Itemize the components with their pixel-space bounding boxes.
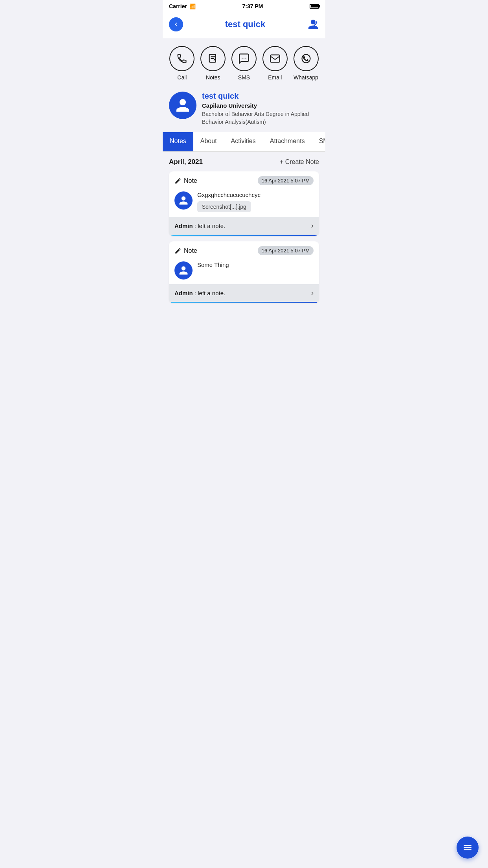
contact-degree: Bachelor of Behavior Arts Degree in Appl… — [202, 110, 319, 126]
note-header-2: Note 16 Apr 2021 5:07 PM — [169, 241, 319, 258]
edit-user-icon — [307, 18, 319, 30]
svg-point-5 — [302, 55, 310, 63]
status-left: Carrier 📶 — [169, 3, 196, 9]
action-email[interactable]: Email — [262, 46, 288, 81]
note-datetime-2: 16 Apr 2021 5:07 PM — [258, 246, 314, 255]
note-text-1: Gxgxghcchcucucuchcyc — [197, 191, 314, 198]
edit-user-button[interactable] — [307, 18, 319, 30]
action-sms[interactable]: SMS — [231, 46, 257, 81]
note-body-2: Some Thing — [169, 258, 319, 284]
section-header: April, 2021 + Create Note — [169, 158, 319, 166]
sms-label: SMS — [238, 74, 250, 81]
time-label: 7:37 PM — [242, 3, 263, 9]
note-card-1: Note 16 Apr 2021 5:07 PM Gxgxghcchcucucu… — [169, 171, 319, 236]
section-date: April, 2021 — [169, 158, 203, 166]
svg-point-1 — [242, 58, 242, 59]
carrier-label: Carrier — [169, 3, 187, 9]
note-type-2: Note — [174, 247, 197, 254]
create-note-button[interactable]: + Create Note — [280, 158, 319, 166]
note-content-2: Some Thing — [197, 261, 314, 271]
notes-icon — [207, 53, 218, 64]
notes-content: April, 2021 + Create Note Note 16 Apr 20… — [163, 152, 325, 315]
note-user-icon-1 — [178, 195, 189, 206]
notes-circle — [200, 46, 226, 71]
email-icon — [270, 53, 281, 64]
svg-rect-4 — [270, 55, 279, 63]
contact-info: test quick Capilano University Bachelor … — [202, 92, 319, 126]
note-header-1: Note 16 Apr 2021 5:07 PM — [169, 171, 319, 188]
tab-attachments[interactable]: Attachments — [263, 132, 312, 151]
whatsapp-label: Whatsapp — [294, 74, 318, 81]
call-circle — [169, 46, 194, 71]
status-bar: Carrier 📶 7:37 PM — [163, 0, 325, 13]
chevron-right-icon-2: › — [311, 289, 314, 297]
note-datetime-1: 16 Apr 2021 5:07 PM — [258, 176, 314, 185]
note-edit-icon-1 — [174, 177, 182, 184]
chevron-left-icon — [172, 21, 180, 28]
call-icon — [176, 53, 187, 64]
back-button[interactable] — [169, 17, 183, 31]
note-type-1: Note — [174, 177, 197, 184]
note-footer-text-2: Admin : left a note. — [174, 290, 225, 296]
action-notes[interactable]: Notes — [200, 46, 226, 81]
contact-organization: Capilano University — [202, 102, 319, 109]
notes-label: Notes — [206, 74, 220, 81]
email-label: Email — [268, 74, 282, 81]
email-circle — [262, 46, 288, 71]
note-edit-icon-2 — [174, 247, 182, 254]
chevron-right-icon-1: › — [311, 222, 314, 230]
note-footer-1[interactable]: Admin : left a note. › — [169, 217, 319, 235]
header: test quick — [163, 13, 325, 38]
battery-icon — [310, 4, 319, 9]
page-title: test quick — [225, 19, 266, 29]
note-body-1: Gxgxghcchcucucuchcyc Screenshot[...].jpg — [169, 188, 319, 217]
note-avatar-1 — [174, 191, 193, 210]
sms-icon — [238, 53, 250, 64]
tab-sms-em[interactable]: SMS/Em — [312, 132, 325, 151]
note-text-2: Some Thing — [197, 261, 314, 268]
action-call[interactable]: Call — [169, 46, 194, 81]
note-footer-text-1: Admin : left a note. — [174, 223, 225, 229]
tab-activities[interactable]: Activities — [224, 132, 263, 151]
avatar-icon — [175, 97, 191, 113]
note-attachment-1[interactable]: Screenshot[...].jpg — [197, 201, 251, 212]
contact-section: test quick Capilano University Bachelor … — [163, 87, 325, 132]
svg-point-2 — [244, 58, 244, 59]
tab-bar: Notes About Activities Attachments SMS/E… — [163, 132, 325, 152]
note-content-1: Gxgxghcchcucucuchcyc Screenshot[...].jpg — [197, 191, 314, 212]
note-card-2: Note 16 Apr 2021 5:07 PM Some Thing Admi… — [169, 241, 319, 303]
whatsapp-icon — [301, 53, 312, 64]
action-bar: Call Notes SMS — [163, 38, 325, 87]
note-avatar-2 — [174, 261, 193, 280]
note-type-label-2: Note — [184, 247, 197, 254]
tab-notes[interactable]: Notes — [163, 132, 193, 151]
tab-about[interactable]: About — [193, 132, 224, 151]
note-footer-line-1 — [169, 235, 319, 236]
call-label: Call — [177, 74, 187, 81]
contact-avatar — [169, 92, 196, 119]
note-user-icon-2 — [178, 265, 189, 276]
contact-name: test quick — [202, 92, 319, 101]
sms-circle — [231, 46, 257, 71]
note-type-label-1: Note — [184, 177, 197, 184]
action-whatsapp[interactable]: Whatsapp — [294, 46, 319, 81]
note-footer-2[interactable]: Admin : left a note. › — [169, 284, 319, 302]
wifi-icon: 📶 — [189, 4, 196, 9]
whatsapp-circle — [294, 46, 319, 71]
note-footer-line-2 — [169, 302, 319, 303]
svg-point-3 — [245, 58, 246, 59]
